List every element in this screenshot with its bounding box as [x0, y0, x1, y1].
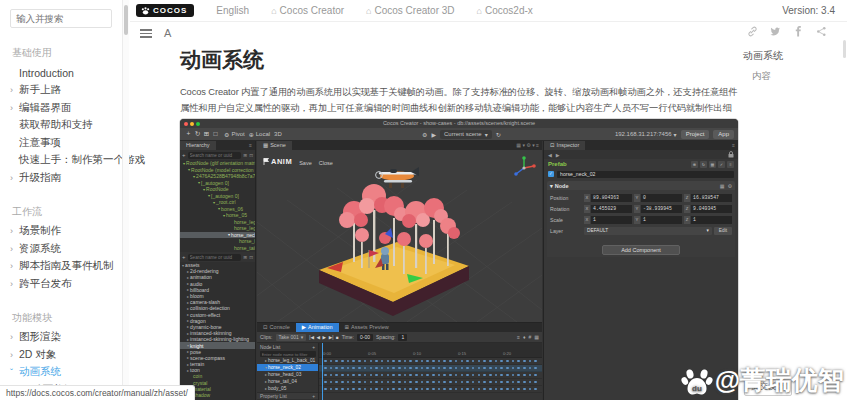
transform-tool-icon[interactable]: □ — [211, 130, 220, 138]
forward-icon[interactable]: ▶ — [556, 152, 560, 158]
transform-tool-icon[interactable]: ⊞ — [202, 130, 211, 138]
animation-node-row[interactable]: ▸ body_05 — [257, 385, 318, 392]
node-name-input[interactable] — [557, 171, 734, 178]
add-asset-icon[interactable]: + — [182, 254, 186, 260]
axis-z-value[interactable]: 1 — [691, 216, 732, 224]
tab-scene[interactable]: ▦ Scene — [257, 141, 292, 150]
sidebar-scrollbar-track[interactable] — [122, 0, 129, 400]
refresh-icon[interactable]: ↻ — [496, 131, 501, 138]
gear-icon[interactable]: ⚙ — [526, 142, 530, 148]
panel-menu-icon[interactable]: ≡ — [249, 141, 255, 150]
clip-dropdown[interactable]: Take 001 ▾ — [276, 334, 307, 341]
local-toggle[interactable]: ⊕ Local — [249, 131, 270, 138]
anim-close-button[interactable]: Close — [319, 160, 333, 166]
grid-snap-icon[interactable]: # — [528, 334, 531, 340]
hierarchy-node[interactable]: ▾ RootNode (model correction matrix) — [180, 167, 255, 174]
transport-button[interactable]: ▶| — [329, 335, 334, 340]
tab-assets-preview[interactable]: ⊞ Assets Preview — [339, 323, 395, 332]
transport-button[interactable]: |◀ — [309, 335, 314, 340]
timeline-column[interactable]: 0:00 0:05 0:10 0:15 0:20 — [319, 343, 542, 400]
sidebar-item[interactable]: › 升级指南 — [10, 169, 122, 187]
play-icon[interactable]: ▶ — [431, 131, 436, 138]
animation-node-row[interactable]: ▸ horse_leg_L_back_01 — [257, 357, 318, 364]
list-icon[interactable]: ≡ — [517, 334, 520, 340]
add-component-button[interactable]: Add Component — [602, 245, 680, 255]
keyframe-row[interactable] — [319, 372, 542, 379]
view-mode-icon[interactable]: ▦ — [516, 142, 521, 148]
timeline-ruler[interactable]: 0:00 0:05 0:10 0:15 0:20 — [319, 343, 542, 358]
toc-scrollbar-thumb[interactable] — [843, 40, 846, 58]
facebook-icon[interactable] — [793, 26, 804, 37]
time-value[interactable]: 0-00 — [357, 334, 373, 341]
transport-button[interactable]: ■ — [336, 335, 339, 340]
anim-save-button[interactable]: Save — [299, 160, 312, 166]
node-active-checkbox[interactable]: ✓ — [548, 171, 554, 177]
sidebar-item[interactable]: › 场景制作 — [10, 223, 122, 241]
sidebar-scrollbar-thumb[interactable] — [124, 5, 129, 35]
tab-inspector[interactable]: ⊡ Inspector — [544, 141, 585, 150]
sidebar-item[interactable]: 快速上手：制作第一个游戏 — [10, 152, 122, 170]
pivot-toggle[interactable]: ⚙ Pivot — [224, 131, 245, 138]
sidebar-item[interactable]: 获取帮助和支持 — [10, 117, 122, 135]
panel-menu-icon[interactable]: ≡ — [536, 142, 539, 148]
prefab-action-icon[interactable]: ⊕ — [691, 161, 698, 168]
asset-item[interactable]: ▸ instanced-skinning-lighting — [180, 336, 255, 342]
keyframe-row[interactable] — [319, 386, 542, 393]
keyframe-row[interactable] — [319, 365, 542, 372]
keyframe-icon[interactable]: ♦ — [523, 334, 526, 340]
sidebar-item[interactable]: › 资源系统 — [10, 240, 122, 258]
sidebar-item[interactable]: › 脚本指南及事件机制 — [10, 258, 122, 276]
axis-y-value[interactable]: 0 — [641, 194, 682, 202]
axis-x-value[interactable]: 1 — [591, 216, 632, 224]
project-button[interactable]: Project — [681, 130, 710, 139]
menu-toggle-icon[interactable] — [140, 29, 152, 38]
add-node-icon[interactable]: + — [182, 152, 186, 158]
scene-viewport[interactable]: ANIM Save Close — [257, 150, 542, 322]
mode-3d-toggle[interactable]: 3D — [274, 131, 282, 137]
collapse-all-icon[interactable]: ⊡ — [249, 255, 253, 260]
chevron-down-icon[interactable]: ▾ — [532, 142, 535, 148]
nav-english[interactable]: English — [216, 5, 249, 16]
layer-dropdown[interactable]: DEFAULT ▾ — [584, 227, 712, 235]
axis-z-value[interactable]: 16.838547 — [691, 194, 732, 202]
preview-url-dropdown[interactable]: 192.168.31.217:7456 ▾ — [615, 131, 677, 138]
layer-edit-button[interactable]: Edit — [714, 227, 732, 235]
chevron-down-icon[interactable]: ▾ — [522, 142, 525, 148]
nav-cocos-creator[interactable]: ⌂ Cocos Creator — [271, 5, 344, 16]
axis-x-value[interactable]: 89.804363 — [591, 194, 632, 202]
collapse-all-icon[interactable]: ⊡ — [249, 153, 253, 158]
lock-icon[interactable] — [728, 151, 734, 158]
sidebar-item[interactable]: › 图形渲染 — [10, 329, 122, 347]
transform-tool-icon[interactable]: + — [184, 130, 193, 138]
expand-all-icon[interactable]: ⊞ — [243, 255, 247, 260]
sidebar-item[interactable]: 注意事项 — [10, 134, 122, 152]
prefab-action-icon[interactable]: ✓ — [718, 161, 725, 168]
keyframe-row[interactable] — [319, 358, 542, 365]
nav-cocos-creator-3d[interactable]: ⌂ Cocos Creator 3D — [366, 5, 454, 16]
transport-button[interactable]: ◀ — [317, 335, 321, 340]
add-node-icon[interactable]: + — [312, 345, 315, 350]
animation-node-row[interactable]: ▸ horse_tail_04 — [257, 378, 318, 385]
expand-all-icon[interactable]: ⊞ — [243, 153, 247, 158]
axis-gizmo[interactable] — [511, 155, 537, 181]
tab-console[interactable]: ⊡ Console — [257, 323, 296, 332]
font-size-toggle[interactable]: A — [164, 27, 171, 39]
animation-node-row[interactable]: ▸ horse_head_03 — [257, 371, 318, 378]
cocos-logo[interactable]: COCOS — [136, 4, 194, 17]
gear-icon[interactable]: ⚙ — [728, 183, 732, 189]
tab-hierarchy[interactable]: Hierarchy — [180, 141, 216, 150]
keyframe-row[interactable] — [319, 379, 542, 386]
tab-animation[interactable]: ▶ Animation — [296, 323, 339, 332]
link-icon[interactable] — [747, 26, 758, 37]
sidebar-item[interactable]: › 2D 对象 — [10, 346, 122, 364]
sidebar-item[interactable]: ˇ 动画系统 — [10, 364, 122, 382]
transform-tool-icon[interactable]: ↻ — [193, 130, 202, 138]
feedback-button[interactable]: 提交反馈 — [744, 378, 792, 396]
add-property-icon[interactable]: + — [312, 394, 315, 399]
copy-icon[interactable]: ▦ — [720, 183, 725, 189]
axis-z-value[interactable]: 9.049345 — [691, 205, 732, 213]
hierarchy-node[interactable]: ▾ RootNode (gltf orientation matrix) — [180, 160, 255, 167]
prefab-action-icon[interactable]: ↻ — [700, 161, 707, 168]
assets-search-input[interactable] — [188, 254, 242, 261]
back-icon[interactable]: ◀ — [548, 152, 552, 158]
